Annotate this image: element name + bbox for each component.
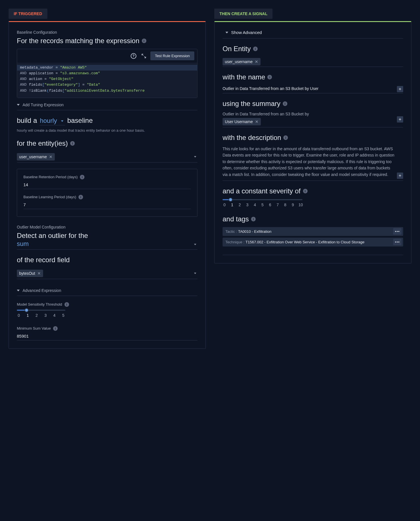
scale-label: 9 <box>291 203 295 207</box>
min-sum-input[interactable] <box>17 332 197 340</box>
scale-label: 1 <box>26 313 30 318</box>
info-icon[interactable]: i <box>283 101 287 106</box>
if-triggered-tab[interactable]: IF TRIGGERED <box>9 9 47 19</box>
entities-select[interactable]: user_username ✕ <box>17 151 197 163</box>
help-icon[interactable]: ? <box>130 52 137 60</box>
learning-label: Baseline Learning Period (days) <box>23 195 76 199</box>
entities-heading: for the entity(ies) <box>17 139 68 147</box>
test-rule-button[interactable]: Test Rule Expression <box>150 51 194 60</box>
add-button[interactable]: + <box>397 116 403 123</box>
detect-heading: Detect an outlier for the <box>17 232 88 240</box>
scale-label: 3 <box>245 203 249 207</box>
interval-helper: hourly will create a data model that tra… <box>17 128 197 133</box>
code-body[interactable]: metadata_vendor = "Amazon AWS" AND appli… <box>17 63 197 98</box>
tag-value: TA0010 - Exfiltration <box>238 229 271 234</box>
scale-label: 0 <box>17 313 21 318</box>
info-icon[interactable]: i <box>283 135 288 140</box>
remove-chip-icon[interactable]: ✕ <box>49 155 52 159</box>
more-icon[interactable]: ••• <box>393 228 401 235</box>
learning-input[interactable] <box>23 201 191 209</box>
entity-chip: user_username ✕ <box>17 153 55 161</box>
tag-row: Technique : T1567.002 - Exfiltration Ove… <box>223 238 403 247</box>
build-a-label: build a <box>17 117 37 125</box>
chevron-down-icon <box>194 244 196 245</box>
scale-label: 4 <box>253 203 257 207</box>
remove-chip-icon[interactable]: ✕ <box>37 271 41 275</box>
info-icon[interactable]: i <box>64 302 69 307</box>
sensitivity-label: Model Sensitivity Threshold <box>17 302 62 306</box>
records-heading: For the records matching the expression <box>17 37 140 45</box>
tag-value: T1567.002 - Exfiltration Over Web Servic… <box>246 240 365 244</box>
using-summary-heading: using the summary <box>223 100 280 108</box>
scale-label: 2 <box>238 203 242 207</box>
sensitivity-scale: 012345 <box>17 313 65 318</box>
info-icon[interactable]: i <box>267 75 272 79</box>
scale-label: 3 <box>44 313 48 318</box>
slider-thumb[interactable] <box>25 308 29 312</box>
retention-label: Baseline Retention Period (days) <box>23 175 78 179</box>
baseline-config-label: Baseline Configuration <box>17 30 197 35</box>
scale-label: 6 <box>268 203 272 207</box>
scale-label: 5 <box>61 313 65 318</box>
with-description-heading: with the description <box>223 134 281 142</box>
tags-select[interactable] <box>223 248 403 255</box>
expand-icon[interactable] <box>140 52 148 60</box>
on-entity-heading: On Entity <box>223 45 251 53</box>
add-button[interactable]: + <box>397 86 403 92</box>
description-input[interactable]: This rule looks for an outlier in the am… <box>223 146 403 181</box>
tag-key: Technique : <box>225 240 245 244</box>
then-create-signal-tab[interactable]: THEN CREATE A SIGNAL <box>214 9 272 19</box>
scale-label: 10 <box>298 203 302 207</box>
add-button[interactable]: + <box>397 173 403 179</box>
chevron-down-icon <box>17 290 20 291</box>
chevron-down-icon <box>225 32 228 33</box>
outlier-config-label: Outlier Model Configuration <box>17 225 197 229</box>
record-field-select[interactable]: bytesOut ✕ <box>17 268 197 279</box>
scale-label: 2 <box>35 313 39 318</box>
chevron-down-icon <box>194 272 196 274</box>
chevron-down-icon <box>61 120 63 122</box>
info-icon[interactable]: i <box>251 217 256 221</box>
scale-label: 0 <box>223 203 227 207</box>
interval-select[interactable]: hourly <box>39 117 65 125</box>
info-icon[interactable]: i <box>70 141 75 146</box>
scale-label: 8 <box>283 203 287 207</box>
slider-thumb[interactable] <box>229 198 233 202</box>
severity-slider[interactable] <box>223 199 302 200</box>
tag-row: Tactic : TA0010 - Exfiltration••• <box>223 227 403 236</box>
summary-input[interactable]: Outlier in Data Transferred from an S3 B… <box>223 112 403 127</box>
tag-key: Tactic : <box>225 229 237 234</box>
scale-label: 4 <box>52 313 56 318</box>
advanced-expression-toggle[interactable]: Advanced Expression <box>17 285 197 296</box>
of-field-heading: of the record field <box>17 256 70 264</box>
scale-label: 1 <box>230 203 234 207</box>
add-tuning-expression-toggle[interactable]: Add Tuning Expression <box>17 100 197 110</box>
tags-heading: and tags <box>223 215 249 223</box>
on-entity-select[interactable]: user_username ✕ <box>223 57 403 67</box>
chevron-down-icon <box>194 156 196 157</box>
remove-chip-icon[interactable]: ✕ <box>255 60 258 64</box>
severity-scale: 012345678910 <box>223 203 302 207</box>
aggregation-select[interactable]: sum <box>17 240 197 250</box>
remove-chip-icon[interactable]: ✕ <box>255 120 259 124</box>
with-name-heading: with the name <box>223 73 265 81</box>
expression-editor: ? Test Rule Expression metadata_vendor =… <box>17 49 197 98</box>
signal-name-input[interactable]: Outlier in Data Transferred from an S3 B… <box>223 85 403 93</box>
more-icon[interactable]: ••• <box>393 239 401 245</box>
info-icon[interactable]: i <box>53 326 58 331</box>
show-advanced-toggle[interactable]: Show Advanced <box>223 30 403 39</box>
info-icon[interactable]: i <box>78 195 83 199</box>
min-sum-label: Minimum Sum Value <box>17 326 51 330</box>
field-chip: bytesOut ✕ <box>17 270 43 277</box>
entity-chip: user_username ✕ <box>223 58 261 65</box>
retention-input[interactable] <box>23 181 191 189</box>
info-icon[interactable]: i <box>303 189 308 193</box>
info-icon[interactable]: i <box>253 47 258 51</box>
info-icon[interactable]: i <box>142 39 146 43</box>
summary-chip: User Username ✕ <box>223 118 261 125</box>
baseline-label: baseline <box>67 117 93 125</box>
sensitivity-slider[interactable] <box>17 310 65 311</box>
scale-label: 5 <box>261 203 264 207</box>
severity-heading: and a constant severity of <box>223 187 301 195</box>
info-icon[interactable]: i <box>80 175 84 179</box>
